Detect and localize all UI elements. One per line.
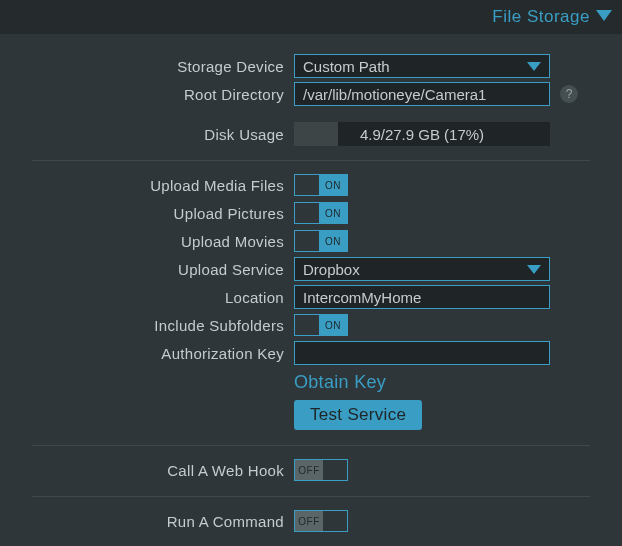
svg-marker-2 xyxy=(527,265,541,274)
toggle-off-text: OFF xyxy=(295,511,323,531)
separator xyxy=(32,496,590,497)
obtain-key-link[interactable]: Obtain Key xyxy=(294,372,386,392)
toggle-on-text: ON xyxy=(319,175,347,195)
run-command-toggle[interactable]: OFF xyxy=(294,510,348,532)
toggle-on-text: ON xyxy=(319,203,347,223)
storage-device-value: Custom Path xyxy=(303,58,390,75)
chevron-down-icon xyxy=(596,7,612,27)
web-hook-label: Call A Web Hook xyxy=(32,462,294,479)
section-title: File Storage xyxy=(492,7,590,27)
location-label: Location xyxy=(32,289,294,306)
section-header[interactable]: File Storage xyxy=(0,0,622,34)
upload-pictures-label: Upload Pictures xyxy=(32,205,294,222)
settings-panel: Storage Device Custom Path Root Director… xyxy=(0,34,622,545)
root-directory-input[interactable] xyxy=(294,82,550,106)
upload-media-toggle[interactable]: ON xyxy=(294,174,348,196)
auth-key-label: Authorization Key xyxy=(32,345,294,362)
toggle-on-text: ON xyxy=(319,315,347,335)
separator xyxy=(32,160,590,161)
svg-marker-0 xyxy=(596,10,612,21)
upload-movies-label: Upload Movies xyxy=(32,233,294,250)
upload-service-value: Dropbox xyxy=(303,261,360,278)
disk-usage-bar: 4.9/27.9 GB (17%) xyxy=(294,122,550,146)
location-input[interactable] xyxy=(294,285,550,309)
disk-usage-text: 4.9/27.9 GB (17%) xyxy=(294,126,550,143)
test-service-button[interactable]: Test Service xyxy=(294,400,422,430)
chevron-down-icon xyxy=(527,261,541,278)
disk-usage-label: Disk Usage xyxy=(32,126,294,143)
web-hook-toggle[interactable]: OFF xyxy=(294,459,348,481)
upload-media-label: Upload Media Files xyxy=(32,177,294,194)
storage-device-label: Storage Device xyxy=(32,58,294,75)
chevron-down-icon xyxy=(527,58,541,75)
upload-movies-toggle[interactable]: ON xyxy=(294,230,348,252)
separator xyxy=(32,445,590,446)
toggle-off-text: OFF xyxy=(295,460,323,480)
root-directory-label: Root Directory xyxy=(32,86,294,103)
run-command-label: Run A Command xyxy=(32,513,294,530)
upload-service-select[interactable]: Dropbox xyxy=(294,257,550,281)
toggle-on-text: ON xyxy=(319,231,347,251)
storage-device-select[interactable]: Custom Path xyxy=(294,54,550,78)
upload-service-label: Upload Service xyxy=(32,261,294,278)
svg-marker-1 xyxy=(527,62,541,71)
include-subfolders-toggle[interactable]: ON xyxy=(294,314,348,336)
auth-key-input[interactable] xyxy=(294,341,550,365)
upload-pictures-toggle[interactable]: ON xyxy=(294,202,348,224)
help-icon[interactable]: ? xyxy=(560,85,578,103)
include-subfolders-label: Include Subfolders xyxy=(32,317,294,334)
